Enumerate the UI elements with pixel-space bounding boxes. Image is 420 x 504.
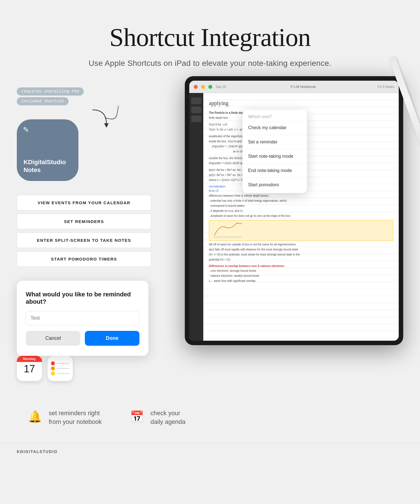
popup-divider-2 [242,149,307,149]
done-button[interactable]: Done [85,331,139,346]
reminder-row-1 [51,361,69,365]
page-footer: KDIGITALSTUDIO [0,443,420,460]
popup-menu: Which one? Check my calendar Set a remin… [242,110,307,193]
page-header: Shortcut Integration Use Apple Shortcuts… [0,0,420,76]
calendar-app-icon: Monday 17 [17,356,42,381]
feature-calendar: 📅 check your daily agenda [130,409,186,426]
popup-item-reminder[interactable]: Set a reminder [242,136,307,148]
reminder-dialog: What would you like to be reminded about… [17,281,148,356]
chart-box [209,220,393,241]
ipad-screen: Sep 20 P-LM Notebook Ch 5 Notes [189,81,399,341]
math-heading: Differences in overlap between core & va… [209,264,393,268]
notebook-handwriting: applying [209,99,393,108]
popup-menu-title: Which one? [242,112,307,122]
page-subtitle: Use Apple Shortcuts on iPad to elevate y… [0,59,420,68]
minimize-button-icon[interactable] [201,85,205,89]
maximize-button-icon[interactable] [208,85,212,89]
sidebar-tab-2[interactable] [191,106,201,113]
apple-pencil [408,54,414,166]
reminder-dot-orange [51,366,55,370]
popup-item-pomodoro[interactable]: Start pomodoro [242,179,307,191]
feature-btn-reminders[interactable]: SET REMINDERS [17,214,151,229]
reminder-row-2 [51,366,69,370]
sidebar-tab-1[interactable] [191,97,201,104]
feature-reminders-line2: from your notebook [49,418,102,425]
calendar-day-label: Monday [17,356,42,362]
ipad-layout: applying The Particle in a finite depth … [189,93,399,341]
page-title: Shortcut Integration [0,22,420,52]
reminder-text-input[interactable] [26,311,139,325]
close-button-icon[interactable] [194,85,198,89]
popup-divider-1 [242,135,307,135]
app-icon: ✎ KDigitalStudio Notes [17,119,78,181]
requires-badge-2: included shortcut [17,97,69,105]
popup-item-start-notes[interactable]: Start note-taking mode [242,150,307,162]
calendar-date-number: 17 [17,362,42,376]
feature-calendar-line2: daily agenda [151,418,186,425]
footer-brand: KDIGITALSTUDIO [17,449,58,454]
bottom-features: 🔔 set reminders right from your notebook… [0,398,420,438]
calendar-icon-bottom: 📅 [130,410,144,423]
ipad-notebook-title: P-LM Notebook [232,85,374,89]
app-name-line2: Notes [24,166,41,173]
bell-icon: 🔔 [28,410,42,423]
math-block-8: - core electrons- strongly bound levels … [209,268,393,284]
reminder-dot-yellow [51,371,55,375]
ipad-date: Sep 20 [216,85,226,89]
reminder-row-3 [51,371,69,375]
ipad-container: Sep 20 P-LM Notebook Ch 5 Notes [185,76,403,345]
app-icon-container: ✎ KDigitalStudio Notes [17,119,151,181]
ipad-sidebar [189,93,203,341]
feature-calendar-line1: check your [151,410,180,417]
math-block-6: differences between finite & infinite de… [209,193,393,219]
cancel-button[interactable]: Cancel [26,331,80,346]
popup-divider-3 [242,163,307,164]
sidebar-tab-3[interactable] [191,115,201,122]
ipad-frame: Sep 20 P-LM Notebook Ch 5 Notes [185,76,403,345]
feature-reminders: 🔔 set reminders right from your notebook [28,409,102,426]
svg-marker-0 [104,123,109,128]
math-block-7: fall off of wave fxn outside of box is n… [209,242,393,262]
feature-btn-pomodoro[interactable]: START POMODORO TIMERS [17,251,151,267]
popup-divider-4 [242,178,307,178]
feature-reminders-text: set reminders right from your notebook [49,409,102,426]
curved-arrow-icon [90,107,112,129]
app-icon-text: KDigitalStudio Notes [24,158,66,174]
feature-calendar-text: check your daily agenda [151,409,186,426]
right-panel: Sep 20 P-LM Notebook Ch 5 Notes [162,76,403,356]
feature-btn-calendar[interactable]: VIEW EVENTS FROM YOUR CALENDAR [17,195,151,210]
left-panel: requires installing the included shortcu… [17,87,151,356]
reminder-dot-red [51,361,55,365]
requires-container: requires installing the included shortcu… [17,87,151,111]
ipad-main-content: applying The Particle in a finite depth … [203,93,399,341]
reminders-app-icon [48,356,73,381]
pencil-icon: ✎ [23,126,29,134]
reminder-dialog-title: What would you like to be reminded about… [26,291,139,305]
feature-reminders-line1: set reminders right [49,410,100,417]
bottom-apps-row: Monday 17 [0,356,420,381]
reminder-line-2 [57,368,69,369]
feature-btn-splitscreen[interactable]: ENTER SPLIT-SCREEN TO TAKE NOTES [17,233,151,248]
ipad-topbar: Sep 20 P-LM Notebook Ch 5 Notes [189,81,399,93]
app-name-line1: KDigitalStudio [24,159,66,166]
reminder-dialog-buttons: Cancel Done [26,331,139,346]
requires-badge-1: requires installing the [17,87,84,96]
popup-item-end-notes[interactable]: End note-taking mode [242,165,307,176]
popup-item-calendar[interactable]: Check my calendar [242,122,307,134]
reminder-line-3 [57,373,69,374]
feature-buttons: VIEW EVENTS FROM YOUR CALENDAR SET REMIN… [17,195,151,267]
ipad-notes-label: Ch 5 Notes [377,85,394,89]
reminder-line-1 [57,363,69,364]
main-content: requires installing the included shortcu… [0,76,420,356]
